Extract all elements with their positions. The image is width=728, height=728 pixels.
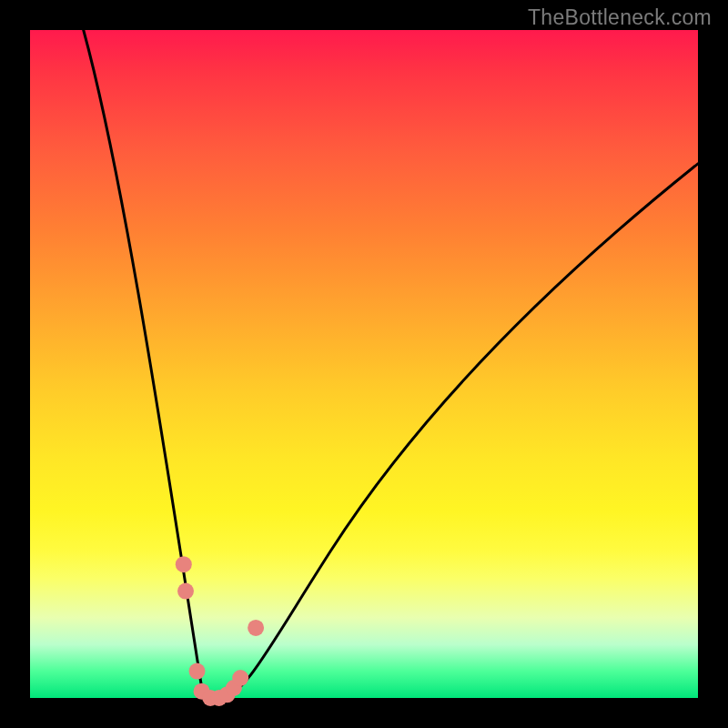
curve-left-branch — [84, 30, 220, 728]
data-marker — [248, 620, 264, 636]
data-marker — [189, 663, 206, 680]
data-marker — [176, 556, 192, 572]
watermark-text: TheBottleneck.com — [528, 5, 712, 30]
data-marker — [232, 670, 248, 686]
chart-frame: TheBottleneck.com — [0, 0, 728, 728]
marker-group — [176, 556, 264, 706]
curve-layer — [30, 30, 698, 698]
curve-right-branch — [220, 164, 698, 698]
plot-area — [30, 30, 698, 698]
data-marker — [177, 583, 194, 600]
